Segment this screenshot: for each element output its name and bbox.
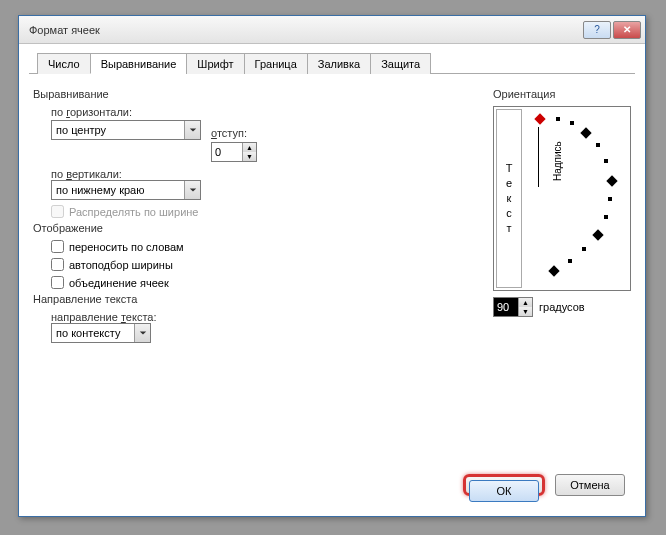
vertical-label: по вертикали: — [51, 168, 481, 180]
dropdown-arrow-icon — [184, 121, 200, 139]
spinner-down-icon[interactable]: ▼ — [242, 152, 256, 161]
orientation-vertical-text[interactable]: Т е к с т — [496, 109, 522, 288]
indent-label: отступ: — [211, 127, 247, 139]
tab-border[interactable]: Граница — [244, 53, 308, 74]
format-cells-dialog: Формат ячеек ? ✕ Число Выравнивание Шриф… — [18, 15, 646, 517]
spinner-up-icon[interactable]: ▲ — [518, 298, 532, 307]
textdir-value: по контексту — [52, 327, 134, 339]
textdir-group-label: Направление текста — [33, 293, 481, 305]
ok-button-highlight: ОК — [463, 474, 545, 496]
titlebar[interactable]: Формат ячеек ? ✕ — [19, 16, 645, 44]
vertical-combo[interactable]: по нижнему краю — [51, 180, 201, 200]
wrap-text-checkbox[interactable]: переносить по словам — [51, 240, 481, 253]
merge-cells-checkbox[interactable]: объединение ячеек — [51, 276, 481, 289]
vertical-value: по нижнему краю — [52, 184, 184, 196]
orientation-control[interactable]: Т е к с т — [493, 106, 631, 291]
horizontal-label: по горизонтали: — [51, 106, 481, 118]
orientation-group-label: Ориентация — [493, 88, 631, 100]
tab-number[interactable]: Число — [37, 53, 91, 74]
shrink-to-fit-checkbox[interactable]: автоподбор ширины — [51, 258, 481, 271]
degrees-value[interactable] — [494, 298, 518, 316]
tab-font[interactable]: Шрифт — [186, 53, 244, 74]
dropdown-arrow-icon — [134, 324, 150, 342]
cancel-button[interactable]: Отмена — [555, 474, 625, 496]
tab-protection[interactable]: Защита — [370, 53, 431, 74]
ok-button[interactable]: ОК — [469, 480, 539, 502]
tab-fill[interactable]: Заливка — [307, 53, 371, 74]
dropdown-arrow-icon — [184, 181, 200, 199]
textdir-label: направление текста: — [51, 311, 481, 323]
close-button[interactable]: ✕ — [613, 21, 641, 39]
textdir-combo[interactable]: по контексту — [51, 323, 151, 343]
window-title: Формат ячеек — [29, 24, 583, 36]
orientation-label: Надпись — [552, 141, 563, 181]
degrees-label: градусов — [539, 301, 585, 313]
justify-distributed-checkbox: Распределять по ширине — [51, 205, 481, 218]
horizontal-value: по центру — [52, 124, 184, 136]
tab-alignment[interactable]: Выравнивание — [90, 53, 188, 74]
degrees-spinner[interactable]: ▲▼ — [493, 297, 533, 317]
orientation-marker-icon — [534, 113, 545, 124]
tab-strip: Число Выравнивание Шрифт Граница Заливка… — [29, 52, 635, 74]
horizontal-combo[interactable]: по центру — [51, 120, 201, 140]
display-group-label: Отображение — [33, 222, 481, 234]
orientation-arc[interactable]: Надпись — [530, 111, 626, 286]
help-button[interactable]: ? — [583, 21, 611, 39]
indent-value[interactable] — [212, 143, 242, 161]
spinner-up-icon[interactable]: ▲ — [242, 143, 256, 152]
indent-spinner[interactable]: ▲▼ — [211, 142, 257, 162]
alignment-group-label: Выравнивание — [33, 88, 481, 100]
spinner-down-icon[interactable]: ▼ — [518, 307, 532, 316]
